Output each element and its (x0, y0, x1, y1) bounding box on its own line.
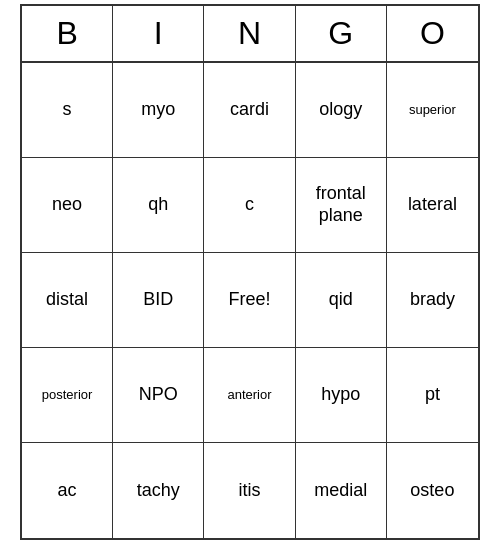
bingo-card: BINGO smyocardiologysuperiorneoqhcfronta… (20, 4, 480, 540)
bingo-cell: brady (387, 253, 478, 348)
bingo-grid: smyocardiologysuperiorneoqhcfrontal plan… (22, 63, 478, 538)
bingo-cell: s (22, 63, 113, 158)
bingo-cell: anterior (204, 348, 295, 443)
bingo-cell: posterior (22, 348, 113, 443)
header-letter: I (113, 6, 204, 61)
bingo-cell: NPO (113, 348, 204, 443)
bingo-cell: qh (113, 158, 204, 253)
bingo-cell: cardi (204, 63, 295, 158)
bingo-cell: pt (387, 348, 478, 443)
bingo-cell: BID (113, 253, 204, 348)
bingo-cell: qid (296, 253, 387, 348)
header-letter: G (296, 6, 387, 61)
bingo-cell: neo (22, 158, 113, 253)
bingo-cell: c (204, 158, 295, 253)
header-letter: B (22, 6, 113, 61)
bingo-cell: ology (296, 63, 387, 158)
bingo-cell: superior (387, 63, 478, 158)
bingo-cell: Free! (204, 253, 295, 348)
bingo-cell: medial (296, 443, 387, 538)
bingo-cell: ac (22, 443, 113, 538)
bingo-cell: itis (204, 443, 295, 538)
header-letter: N (204, 6, 295, 61)
bingo-header: BINGO (22, 6, 478, 63)
bingo-cell: frontal plane (296, 158, 387, 253)
bingo-cell: distal (22, 253, 113, 348)
header-letter: O (387, 6, 478, 61)
bingo-cell: hypo (296, 348, 387, 443)
bingo-cell: lateral (387, 158, 478, 253)
bingo-cell: osteo (387, 443, 478, 538)
bingo-cell: myo (113, 63, 204, 158)
bingo-cell: tachy (113, 443, 204, 538)
